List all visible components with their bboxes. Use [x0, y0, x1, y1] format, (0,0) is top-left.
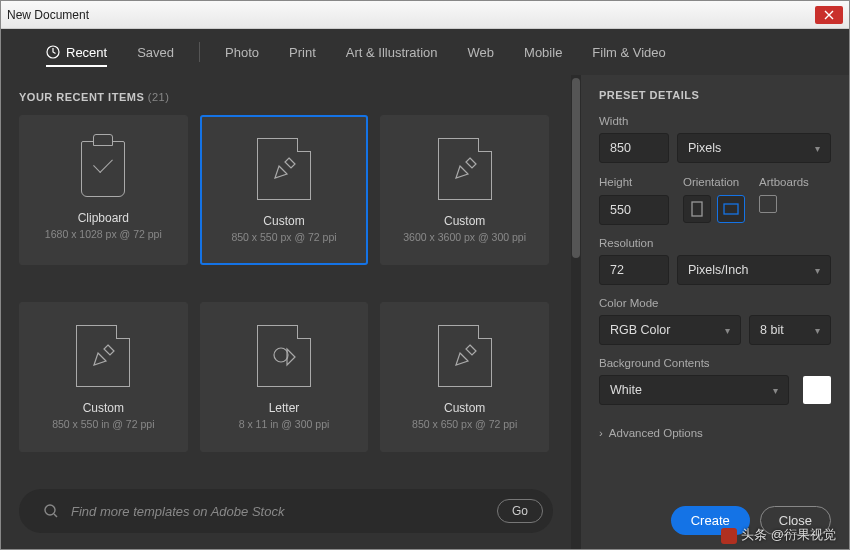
background-contents-select[interactable]: White ▾ [599, 375, 789, 405]
preset-details-panel: PRESET DETAILS Width 850 Pixels ▾ Height… [581, 75, 849, 549]
category-tabs: Recent Saved Photo Print Art & Illustrat… [1, 29, 849, 75]
tab-print[interactable]: Print [274, 29, 331, 75]
tab-web[interactable]: Web [453, 29, 510, 75]
preset-card[interactable]: Custom850 x 550 in @ 72 ppi [19, 302, 188, 452]
tab-recent[interactable]: Recent [31, 29, 122, 75]
artboards-label: Artboards [759, 176, 809, 188]
preset-card[interactable]: Custom3600 x 3600 px @ 300 ppi [380, 115, 549, 265]
unit-select[interactable]: Pixels ▾ [677, 133, 831, 163]
bitdepth-select[interactable]: 8 bit ▾ [749, 315, 831, 345]
orientation-portrait-button[interactable] [683, 195, 711, 223]
svg-rect-4 [724, 204, 738, 214]
background-color-swatch[interactable] [803, 376, 831, 404]
preset-scrollbar[interactable] [571, 75, 581, 549]
tab-saved[interactable]: Saved [122, 29, 189, 75]
artboards-checkbox[interactable] [759, 195, 777, 213]
width-field[interactable]: 850 [599, 133, 669, 163]
advanced-options-toggle[interactable]: › Advanced Options [599, 427, 831, 439]
document-icon [257, 138, 311, 200]
new-document-dialog: New Document Recent Saved Photo Print Ar… [0, 0, 850, 550]
colormode-select[interactable]: RGB Color ▾ [599, 315, 741, 345]
preset-name: Custom [444, 214, 485, 228]
document-icon [76, 325, 130, 387]
resolution-field[interactable]: 72 [599, 255, 669, 285]
window-title: New Document [7, 8, 89, 22]
svg-point-2 [45, 505, 55, 515]
width-label: Width [599, 115, 831, 127]
close-icon [824, 10, 834, 20]
chevron-down-icon: ▾ [815, 265, 820, 276]
tab-mobile[interactable]: Mobile [509, 29, 577, 75]
preset-card[interactable]: Custom850 x 550 px @ 72 ppi [200, 115, 369, 265]
preset-card[interactable]: Custom850 x 650 px @ 72 ppi [380, 302, 549, 452]
tab-art-illustration[interactable]: Art & Illustration [331, 29, 453, 75]
preset-name: Custom [263, 214, 304, 228]
preset-name: Letter [269, 401, 300, 415]
stock-search-go-button[interactable]: Go [497, 499, 543, 523]
preset-name: Custom [444, 401, 485, 415]
search-icon [43, 503, 59, 519]
document-icon [438, 138, 492, 200]
preset-details-heading: PRESET DETAILS [599, 89, 831, 101]
window-close-button[interactable] [815, 6, 843, 24]
titlebar: New Document [1, 1, 849, 29]
preset-dimensions: 850 x 550 px @ 72 ppi [231, 231, 336, 243]
resolution-unit-select[interactable]: Pixels/Inch ▾ [677, 255, 831, 285]
scrollbar-thumb[interactable] [572, 78, 580, 258]
chevron-down-icon: ▾ [725, 325, 730, 336]
preset-card[interactable]: Clipboard1680 x 1028 px @ 72 ppi [19, 115, 188, 265]
preset-dimensions: 8 x 11 in @ 300 ppi [239, 418, 330, 430]
recent-items-heading: YOUR RECENT ITEMS (21) [19, 91, 553, 103]
chevron-down-icon: ▾ [815, 325, 820, 336]
document-icon [438, 325, 492, 387]
preset-card[interactable]: Letter8 x 11 in @ 300 ppi [200, 302, 369, 452]
preset-dimensions: 850 x 550 in @ 72 ppi [52, 418, 154, 430]
chevron-right-icon: › [599, 427, 603, 439]
document-icon [257, 325, 311, 387]
create-button[interactable]: Create [671, 506, 750, 535]
preset-dimensions: 850 x 650 px @ 72 ppi [412, 418, 517, 430]
chevron-down-icon: ▾ [815, 143, 820, 154]
preset-name: Clipboard [78, 211, 129, 225]
portrait-icon [691, 201, 703, 217]
tab-divider [199, 42, 200, 62]
landscape-icon [723, 203, 739, 215]
chevron-down-icon: ▾ [773, 385, 778, 396]
tab-photo[interactable]: Photo [210, 29, 274, 75]
stock-search-bar: Find more templates on Adobe Stock Go [19, 489, 553, 533]
clock-icon [46, 45, 60, 59]
clipboard-icon [81, 141, 125, 197]
stock-search-input[interactable]: Find more templates on Adobe Stock [71, 504, 497, 519]
preset-name: Custom [83, 401, 124, 415]
colormode-label: Color Mode [599, 297, 831, 309]
preset-dimensions: 3600 x 3600 px @ 300 ppi [403, 231, 526, 243]
preset-browser: YOUR RECENT ITEMS (21) Clipboard1680 x 1… [1, 75, 571, 549]
orientation-label: Orientation [683, 176, 739, 188]
svg-rect-3 [692, 202, 702, 216]
background-contents-label: Background Contents [599, 357, 831, 369]
height-field[interactable]: 550 [599, 195, 669, 225]
tab-film-video[interactable]: Film & Video [577, 29, 680, 75]
close-button[interactable]: Close [760, 506, 831, 535]
preset-dimensions: 1680 x 1028 px @ 72 ppi [45, 228, 162, 240]
svg-point-1 [274, 348, 288, 362]
orientation-landscape-button[interactable] [717, 195, 745, 223]
height-label: Height [599, 176, 632, 188]
resolution-label: Resolution [599, 237, 831, 249]
